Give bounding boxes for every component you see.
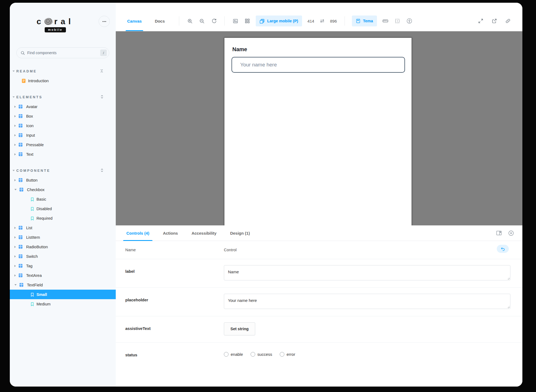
sidebar-item-listitem[interactable]: ListItem	[10, 232, 116, 242]
component-search[interactable]: /	[16, 47, 109, 58]
zoom-out-button[interactable]	[196, 11, 208, 31]
viewport-selector[interactable]: Large mobile (P)	[256, 16, 302, 26]
app-window: c ral mobile / README	[10, 3, 522, 387]
chevron-right-icon	[14, 134, 16, 136]
component-icon	[19, 105, 23, 109]
sidebar-item-switch[interactable]: Switch	[10, 252, 116, 261]
chevron-right-icon	[14, 227, 16, 229]
sidebar-item-checkbox-disabled[interactable]: Disabled	[10, 204, 116, 213]
set-string-button[interactable]: Set string	[224, 322, 255, 335]
tab-controls[interactable]: Controls (4)	[123, 225, 153, 241]
sidebar-item-tag[interactable]: Tag	[10, 261, 116, 271]
grid-button[interactable]	[242, 11, 253, 31]
reset-zoom-button[interactable]	[208, 11, 220, 31]
toolbar-right-group	[474, 11, 515, 31]
panel-position-button[interactable]	[496, 230, 502, 236]
sidebar-item-textarea[interactable]: TextArea	[10, 271, 116, 280]
fullscreen-button[interactable]	[474, 11, 488, 31]
brand-logo[interactable]: c ral mobile	[24, 17, 87, 32]
chevron-down-icon	[13, 170, 15, 171]
expand-all-icon[interactable]	[100, 95, 104, 99]
placeholder-control-input[interactable]: Your name here	[224, 294, 510, 309]
section-readme[interactable]: README	[10, 66, 116, 76]
tab-design[interactable]: Design (1)	[227, 225, 253, 241]
tab-canvas[interactable]: Canvas	[124, 11, 145, 31]
control-row-assistivetext: assistiveText Set string	[116, 316, 522, 342]
expand-all-icon[interactable]	[100, 168, 104, 172]
radio-circle-icon[interactable]	[280, 352, 284, 357]
sidebar-item-pressable[interactable]: Pressable	[10, 140, 116, 149]
sidebar-item-button[interactable]: Button	[10, 175, 116, 185]
radio-success[interactable]: success	[251, 352, 272, 357]
outline-button[interactable]	[392, 11, 403, 31]
radio-error[interactable]: error	[280, 352, 295, 357]
radio-circle-icon[interactable]	[224, 352, 229, 357]
background-button[interactable]	[230, 11, 241, 31]
zoom-out-icon	[199, 18, 205, 24]
viewport-width-value[interactable]: 414	[305, 11, 317, 31]
sidebar-item-introduction[interactable]: Introduction	[10, 76, 116, 85]
sidebar-item-text[interactable]: Text	[10, 149, 116, 159]
tab-actions[interactable]: Actions	[160, 225, 181, 241]
sidebar-item-input[interactable]: Input	[10, 130, 116, 140]
radio-circle-icon[interactable]	[251, 352, 255, 357]
collapse-all-icon[interactable]	[100, 69, 104, 73]
label-control-input[interactable]: Name	[224, 265, 510, 280]
sidebar-item-checkbox[interactable]: Checkbox	[10, 185, 116, 194]
viewport-height-value[interactable]: 896	[327, 11, 340, 31]
sidebar-item-checkbox-required[interactable]: Required	[10, 213, 116, 223]
addon-tabs: Controls (4) Actions Accessibility Desig…	[116, 225, 522, 241]
sidebar-item-textfield[interactable]: TextField	[10, 280, 116, 290]
zoom-in-button[interactable]	[184, 11, 196, 31]
image-icon	[233, 18, 238, 24]
search-input[interactable]	[27, 51, 98, 55]
tab-docs[interactable]: Docs	[151, 11, 168, 31]
control-row-label: label Name	[116, 259, 522, 287]
component-icon	[19, 188, 23, 192]
chevron-down-icon	[14, 284, 17, 286]
section-elements[interactable]: ELEMENTS	[10, 92, 116, 102]
reset-zoom-icon	[211, 18, 217, 24]
reset-controls-button[interactable]	[497, 245, 509, 253]
sidebar-item-radiobutton[interactable]: RadioButton	[10, 242, 116, 252]
component-icon	[19, 226, 23, 230]
chevron-right-icon	[14, 179, 16, 181]
component-icon	[19, 283, 23, 287]
sidebar-menu-button[interactable]	[99, 16, 110, 27]
close-panel-button[interactable]	[508, 230, 514, 236]
swap-dimensions-button[interactable]	[318, 11, 327, 31]
chevron-right-icon	[14, 144, 16, 146]
sidebar-item-list[interactable]: List	[10, 223, 116, 232]
outline-icon	[395, 18, 400, 24]
sidebar-item-icon[interactable]: Icon	[10, 121, 116, 130]
sidebar-item-checkbox-basic[interactable]: Basic	[10, 194, 116, 204]
sidebar-item-avatar[interactable]: Avatar	[10, 102, 116, 111]
story-bookmark-icon	[31, 207, 34, 211]
sidebar-item-textfield-small[interactable]: Small	[10, 290, 116, 299]
component-icon	[19, 133, 23, 137]
tab-accessibility[interactable]: Accessibility	[188, 225, 220, 241]
open-new-tab-button[interactable]	[488, 11, 501, 31]
radio-enable[interactable]: enable	[224, 352, 243, 357]
section-componente[interactable]: COMPONENTE	[10, 166, 116, 175]
story-bookmark-icon	[31, 216, 34, 220]
chevron-right-icon	[14, 153, 16, 155]
sidebar-item-textfield-medium[interactable]: Medium	[10, 299, 116, 309]
undo-icon	[501, 247, 505, 251]
search-icon	[20, 51, 25, 55]
zoom-in-icon	[187, 18, 193, 24]
copy-link-button[interactable]	[501, 11, 515, 31]
chevron-right-icon	[14, 265, 16, 267]
story-bookmark-icon	[31, 302, 34, 306]
sidebar-item-box[interactable]: Box	[10, 111, 116, 121]
theme-selector[interactable]: Tema	[352, 16, 377, 26]
component-icon	[19, 152, 23, 156]
toolbar: Canvas Docs Large mobile (P)	[116, 3, 522, 31]
textfield-input[interactable]	[232, 57, 405, 73]
measure-button[interactable]	[380, 11, 391, 31]
accessibility-button[interactable]	[404, 11, 415, 31]
external-link-icon	[492, 18, 497, 24]
chevron-down-icon	[14, 189, 17, 190]
search-shortcut-badge: /	[100, 50, 107, 56]
component-icon	[19, 178, 23, 182]
